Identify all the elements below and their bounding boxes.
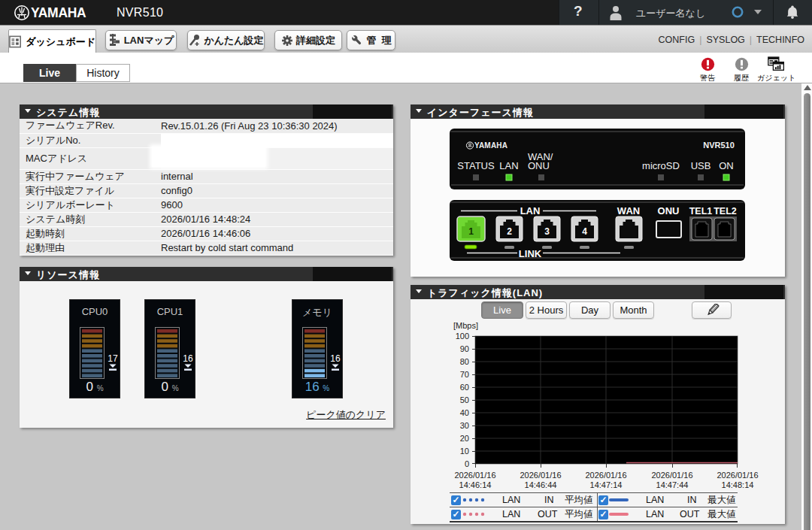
svg-text:4: 4 [582, 226, 587, 237]
svg-text:NVR510: NVR510 [703, 141, 735, 150]
svg-text:3: 3 [544, 226, 550, 237]
svg-text:60: 60 [460, 383, 469, 392]
svg-text:100: 100 [456, 333, 469, 341]
svg-text:LINK: LINK [519, 248, 542, 259]
svg-text:2: 2 [507, 226, 512, 237]
svg-text:16: 16 [330, 353, 341, 364]
svg-text:70: 70 [460, 370, 469, 379]
svg-text:USB: USB [691, 160, 711, 171]
svg-text:YAMAHA: YAMAHA [31, 5, 86, 20]
svg-text:TEL2: TEL2 [714, 206, 737, 217]
svg-text:1: 1 [468, 226, 474, 237]
svg-text:20: 20 [460, 434, 469, 443]
svg-text:microSD: microSD [642, 160, 680, 171]
svg-text:LAN: LAN [520, 205, 541, 217]
svg-text:80: 80 [460, 357, 469, 366]
svg-text:YAMAHA: YAMAHA [474, 141, 508, 150]
svg-text:LAN: LAN [499, 160, 518, 171]
svg-text:10: 10 [460, 447, 469, 456]
svg-text:30: 30 [460, 421, 469, 430]
svg-text:16: 16 [183, 353, 193, 364]
svg-text:WAN: WAN [617, 205, 640, 217]
svg-text:ONU: ONU [528, 160, 550, 171]
svg-text:50: 50 [460, 395, 469, 404]
svg-text:ON: ON [719, 160, 734, 171]
svg-text:TEL1: TEL1 [689, 206, 713, 217]
svg-text:40: 40 [460, 408, 469, 417]
svg-text:ONU: ONU [658, 205, 680, 217]
svg-text:STATUS: STATUS [457, 160, 495, 171]
svg-text:0: 0 [465, 459, 469, 468]
svg-text:90: 90 [460, 344, 469, 353]
svg-text:17: 17 [108, 353, 118, 364]
